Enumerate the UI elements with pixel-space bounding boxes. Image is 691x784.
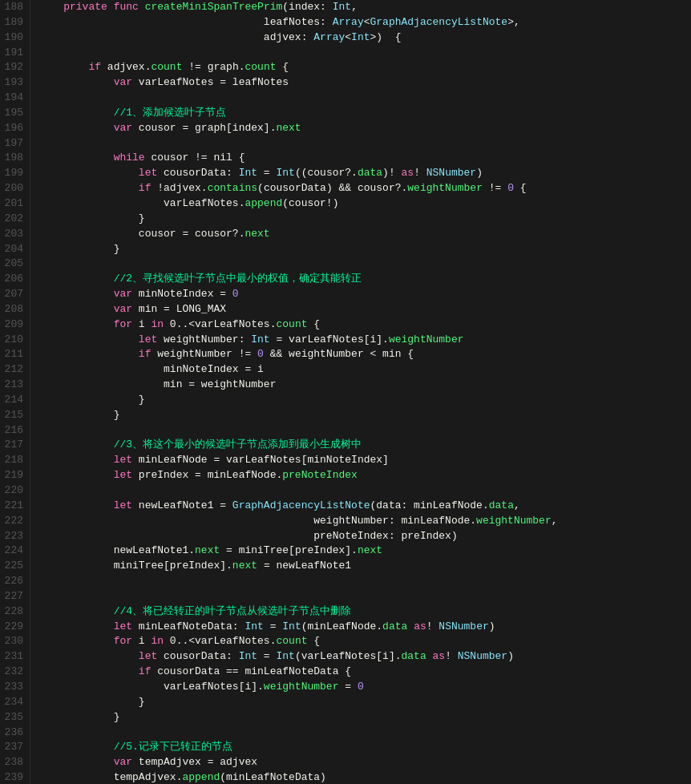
line-number: 234 bbox=[3, 695, 23, 710]
line-number: 195 bbox=[3, 106, 23, 121]
line-number: 189 bbox=[3, 15, 23, 30]
line-number: 203 bbox=[3, 227, 23, 242]
line-number: 221 bbox=[3, 499, 23, 514]
code-line: preNoteIndex: preIndex) bbox=[38, 529, 691, 544]
code-line bbox=[38, 257, 691, 272]
line-number: 222 bbox=[3, 514, 23, 529]
code-line: for i in 0..<varLeafNotes.count { bbox=[38, 634, 691, 649]
line-number: 219 bbox=[3, 468, 23, 483]
code-line: newLeafNote1.next = miniTree[preIndex].n… bbox=[38, 544, 691, 559]
line-number: 235 bbox=[3, 710, 23, 725]
line-number: 205 bbox=[3, 257, 23, 272]
code-line: if !adjvex.contains(cousorData) && couso… bbox=[38, 181, 691, 196]
code-line: //4、将已经转正的叶子节点从候选叶子节点中删除 bbox=[38, 604, 691, 620]
code-line bbox=[38, 589, 691, 604]
line-number: 201 bbox=[3, 196, 23, 212]
code-line bbox=[38, 91, 691, 106]
code-line: //2、寻找候选叶子节点中最小的权值，确定其能转正 bbox=[38, 272, 691, 287]
code-line: //1、添加候选叶子节点 bbox=[38, 106, 691, 121]
line-number: 233 bbox=[3, 680, 23, 695]
line-number: 190 bbox=[3, 30, 23, 46]
line-number: 202 bbox=[3, 212, 23, 227]
code-line bbox=[38, 136, 691, 152]
code-line: varLeafNotes[i].weightNumber = 0 bbox=[38, 680, 691, 695]
line-number: 228 bbox=[3, 604, 23, 620]
line-number: 238 bbox=[3, 755, 23, 770]
code-line: leafNotes: Array<GraphAdjacencyListNote>… bbox=[38, 15, 691, 30]
line-number: 193 bbox=[3, 75, 23, 91]
code-line: weightNumber: minLeafNode.weightNumber, bbox=[38, 514, 691, 529]
code-line: let minLeafNode = varLeafNotes[minNoteIn… bbox=[38, 453, 691, 468]
line-number: 229 bbox=[3, 620, 23, 635]
line-number: 215 bbox=[3, 408, 23, 423]
line-number: 239 bbox=[3, 770, 23, 784]
line-number: 237 bbox=[3, 740, 23, 755]
line-number: 208 bbox=[3, 302, 23, 317]
code-line: let weightNumber: Int = varLeafNotes[i].… bbox=[38, 333, 691, 348]
code-line bbox=[38, 423, 691, 438]
code-line: min = weightNumber bbox=[38, 378, 691, 393]
line-number: 199 bbox=[3, 166, 23, 181]
line-number: 223 bbox=[3, 529, 23, 544]
line-number: 197 bbox=[3, 136, 23, 152]
line-number: 207 bbox=[3, 287, 23, 302]
code-line: } bbox=[38, 695, 691, 710]
line-number: 231 bbox=[3, 649, 23, 665]
line-number: 230 bbox=[3, 634, 23, 649]
line-number: 191 bbox=[3, 46, 23, 61]
code-line: minNoteIndex = i bbox=[38, 362, 691, 378]
code-line: let cousorData: Int = Int((cousor?.data)… bbox=[38, 166, 691, 181]
code-line: private func createMiniSpanTreePrim(inde… bbox=[38, 0, 691, 15]
line-number: 227 bbox=[3, 589, 23, 604]
code-line: if weightNumber != 0 && weightNumber < m… bbox=[38, 347, 691, 362]
line-number: 204 bbox=[3, 242, 23, 257]
line-number: 217 bbox=[3, 438, 23, 453]
code-line bbox=[38, 46, 691, 61]
code-line: for i in 0..<varLeafNotes.count { bbox=[38, 317, 691, 333]
code-line: cousor = cousor?.next bbox=[38, 227, 691, 242]
line-number: 220 bbox=[3, 483, 23, 499]
line-number: 209 bbox=[3, 317, 23, 333]
line-number: 224 bbox=[3, 544, 23, 559]
code-line bbox=[38, 574, 691, 589]
line-number: 216 bbox=[3, 423, 23, 438]
code-line: } bbox=[38, 393, 691, 408]
code-line: var min = LONG_MAX bbox=[38, 302, 691, 317]
code-line: } bbox=[38, 212, 691, 227]
code-content[interactable]: private func createMiniSpanTreePrim(inde… bbox=[30, 0, 691, 784]
line-number: 211 bbox=[3, 347, 23, 362]
code-line: var varLeafNotes = leafNotes bbox=[38, 75, 691, 91]
line-numbers: 1881891901911921931941951961971981992002… bbox=[0, 0, 30, 784]
line-number: 210 bbox=[3, 333, 23, 348]
line-number: 212 bbox=[3, 362, 23, 378]
line-number: 218 bbox=[3, 453, 23, 468]
code-line: let preIndex = minLeafNode.preNoteIndex bbox=[38, 468, 691, 483]
code-line: if adjvex.count != graph.count { bbox=[38, 60, 691, 75]
code-line: if cousorData == minLeafNoteData { bbox=[38, 665, 691, 680]
code-line: } bbox=[38, 242, 691, 257]
code-line: tempAdjvex.append(minLeafNoteData) bbox=[38, 770, 691, 784]
code-line: let newLeafNote1 = GraphAdjacencyListNot… bbox=[38, 499, 691, 514]
line-number: 206 bbox=[3, 272, 23, 287]
line-number: 232 bbox=[3, 665, 23, 680]
code-line: let cousorData: Int = Int(varLeafNotes[i… bbox=[38, 649, 691, 665]
code-line: while cousor != nil { bbox=[38, 151, 691, 166]
code-line: miniTree[preIndex].next = newLeafNote1 bbox=[38, 559, 691, 574]
code-line: var minNoteIndex = 0 bbox=[38, 287, 691, 302]
line-number: 226 bbox=[3, 574, 23, 589]
code-editor: 1881891901911921931941951961971981992002… bbox=[0, 0, 691, 784]
code-line: } bbox=[38, 408, 691, 423]
line-number: 200 bbox=[3, 181, 23, 196]
code-line bbox=[38, 725, 691, 741]
line-number: 236 bbox=[3, 725, 23, 741]
line-number: 198 bbox=[3, 151, 23, 166]
code-line: //5.记录下已转正的节点 bbox=[38, 740, 691, 755]
code-line: adjvex: Array<Int>) { bbox=[38, 30, 691, 46]
line-number: 213 bbox=[3, 378, 23, 393]
code-line: } bbox=[38, 710, 691, 725]
code-line: //3、将这个最小的候选叶子节点添加到最小生成树中 bbox=[38, 438, 691, 453]
code-line: let minLeafNoteData: Int = Int(minLeafNo… bbox=[38, 620, 691, 635]
line-number: 196 bbox=[3, 121, 23, 136]
line-number: 188 bbox=[3, 0, 23, 15]
code-line: varLeafNotes.append(cousor!) bbox=[38, 196, 691, 212]
